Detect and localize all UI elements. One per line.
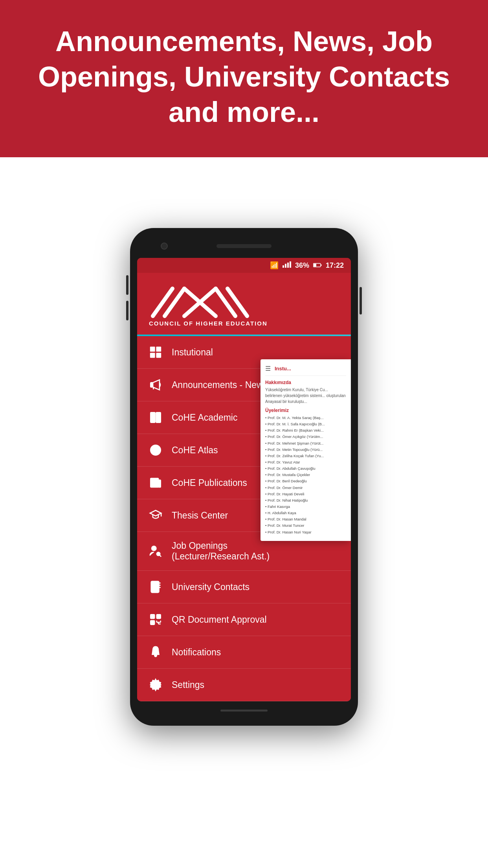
- svg-rect-29: [150, 478, 158, 487]
- top-banner: Announcements, News, Job Openings, Unive…: [0, 0, 488, 157]
- hamburger-icon[interactable]: ☰: [265, 365, 271, 372]
- graduation-icon: [148, 508, 163, 523]
- gear-icon: [148, 677, 163, 692]
- menu-label-cohe-atlas: CoHE Atlas: [172, 445, 218, 456]
- about-text: Yükseköğretim Kurulu, Türkiye Cu... beli…: [265, 387, 346, 405]
- menu-label-qr-document: QR Document Approval: [172, 614, 267, 625]
- menu-label-cohe-academic: CoHE Academic: [172, 412, 237, 423]
- member-item: • H. Abdullah Kaya: [265, 510, 346, 516]
- svg-rect-18: [150, 383, 153, 387]
- member-item: • Prof. Dr. Zeliha Koçak Tufan (Yu...: [265, 453, 346, 459]
- bell-icon: [148, 645, 163, 660]
- member-item: • Prof. Dr. Metin Topcuoğlu (Yürü...: [265, 447, 346, 453]
- members-list: • Prof. Dr. M. A. Yekta Saraç (Baş...• P…: [265, 415, 346, 535]
- qr-icon: [148, 612, 163, 627]
- svg-rect-47: [151, 615, 154, 618]
- svg-marker-34: [150, 510, 161, 516]
- volume-up-button: [126, 275, 128, 295]
- svg-line-38: [160, 555, 161, 557]
- menu-label-job-openings: Job Openings (Lecturer/Research Ast.): [172, 541, 270, 562]
- member-item: • Prof. Dr. Yavuz Atar: [265, 459, 346, 465]
- battery-icon: [313, 261, 322, 270]
- phone-outer: 📶 36%: [0, 228, 488, 765]
- member-item: • Prof. Dr. Mustafa Çiçekler: [265, 472, 346, 478]
- svg-rect-6: [321, 264, 321, 266]
- person-search-icon: [148, 544, 163, 559]
- svg-rect-49: [151, 622, 154, 624]
- phone-frame: 📶 36%: [130, 228, 358, 726]
- member-item: • Prof. Dr. Beril Dedeoğlu: [265, 478, 346, 484]
- signal-icon: [283, 261, 291, 270]
- svg-rect-30: [158, 480, 161, 487]
- member-item: • Prof. Dr. Ömer Açıkgöz (Yürütm...: [265, 434, 346, 440]
- svg-rect-0: [283, 265, 284, 268]
- white-spacer: [0, 157, 488, 228]
- menu-label-settings: Settings: [172, 680, 204, 690]
- megaphone-icon: [148, 377, 163, 392]
- svg-rect-3: [290, 261, 291, 268]
- menu-item-qr-document[interactable]: QR Document Approval: [137, 603, 351, 636]
- menu-label-announcements: Announcements - News: [172, 380, 268, 390]
- overlay-panel: ☰ Instu... Hakkımızda Yükseköğretim Kuru…: [261, 359, 351, 541]
- member-item: • Prof. Dr. Murat Tuncer: [265, 522, 346, 529]
- about-title: Hakkımızda: [265, 380, 346, 385]
- svg-rect-16: [156, 353, 161, 358]
- wifi-icon: 📶: [270, 261, 279, 270]
- app-header: COUNCIL OF HIGHER EDUCATION ☰ Instu... H…: [137, 273, 351, 335]
- member-item: • Prof. Dr. Hasan Nuri Yaşar: [265, 529, 346, 535]
- yok-logo: COUNCIL OF HIGHER EDUCATION: [149, 285, 339, 327]
- svg-rect-1: [285, 264, 286, 268]
- phone-screen: 📶 36%: [137, 258, 351, 701]
- member-item: • Fahri Kasırga: [265, 504, 346, 510]
- volume-down-button: [126, 301, 128, 320]
- front-camera: [161, 243, 168, 250]
- banner-headline: Announcements, News, Job Openings, Unive…: [31, 24, 457, 130]
- contacts-icon: [148, 579, 163, 594]
- panel-header: ☰ Instu...: [265, 365, 346, 376]
- battery-level: 36%: [295, 261, 309, 270]
- svg-rect-15: [150, 353, 155, 358]
- menu-item-settings[interactable]: Settings: [137, 669, 351, 701]
- member-item: • Prof. Dr. Nihat Hatipoğlu: [265, 497, 346, 504]
- svg-rect-14: [156, 347, 161, 352]
- member-item: • Prof. Dr. Mehmet Şişman (Yürüt...: [265, 440, 346, 447]
- member-item: • Prof. Dr. Hayati Develi: [265, 491, 346, 497]
- power-button: [360, 287, 362, 314]
- members-title: Üyelerimiz: [265, 408, 346, 413]
- svg-point-40: [153, 584, 157, 587]
- yok-symbol-svg: [149, 285, 251, 320]
- member-item: • Prof. Dr. M. A. Yekta Saraç (Baş...: [265, 415, 346, 421]
- status-bar: 📶 36%: [137, 258, 351, 273]
- svg-rect-2: [287, 263, 289, 268]
- menu-label-cohe-publications: CoHE Publications: [172, 478, 247, 488]
- book-icon: [148, 410, 163, 425]
- svg-point-37: [157, 552, 160, 556]
- menu-label-notifications: Notifications: [172, 647, 221, 658]
- member-item: • Prof. Dr. Rahmi Er (Başkan Veki...: [265, 427, 346, 434]
- panel-title: Instu...: [275, 366, 291, 371]
- member-item: • Prof. Dr. Hasan Mandal: [265, 516, 346, 522]
- phone-bottom: [137, 706, 351, 715]
- phone-top-hardware: [137, 239, 351, 253]
- member-item: • Prof. Dr. Abdullah Çavuşoğlu: [265, 465, 346, 472]
- yok-org-text: COUNCIL OF HIGHER EDUCATION: [149, 320, 268, 327]
- member-item: • Prof. Dr. M. İ. Safa Kapıcıoğlu (B...: [265, 421, 346, 427]
- menu-item-notifications[interactable]: Notifications: [137, 636, 351, 669]
- newspaper-icon: [148, 475, 163, 490]
- menu-label-thesis-center: Thesis Center: [172, 510, 228, 521]
- home-indicator: [220, 710, 268, 712]
- svg-rect-13: [150, 347, 155, 352]
- menu-label-institutional: Instutional: [172, 347, 213, 358]
- grid-icon: [148, 345, 163, 360]
- svg-rect-48: [158, 615, 160, 618]
- menu-item-university-contacts[interactable]: University Contacts: [137, 571, 351, 603]
- member-item: • Prof. Dr. Ömer Demir: [265, 485, 346, 491]
- clock-time: 17:22: [326, 261, 344, 270]
- svg-point-36: [152, 546, 156, 550]
- speaker-grille: [216, 244, 272, 248]
- globe-icon: [148, 443, 163, 458]
- menu-label-university-contacts: University Contacts: [172, 582, 250, 592]
- svg-rect-5: [314, 264, 316, 267]
